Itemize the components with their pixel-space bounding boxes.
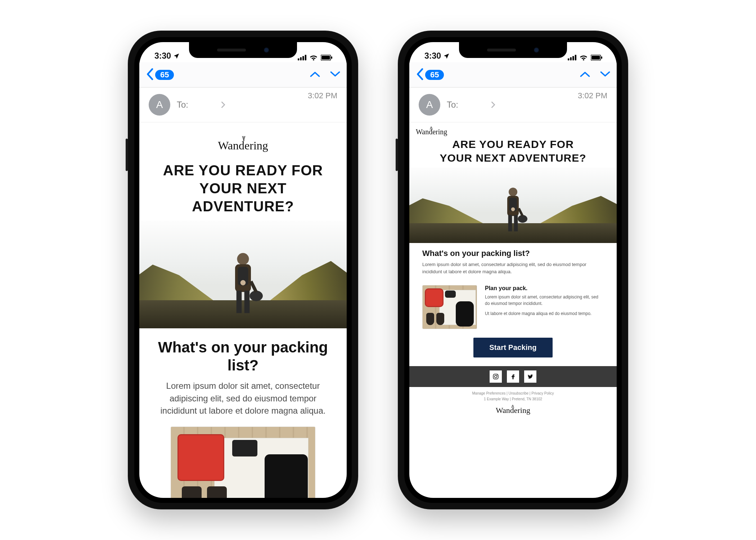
svg-rect-6	[331, 57, 332, 59]
hiker-figure	[223, 250, 263, 320]
svg-rect-11	[237, 291, 242, 313]
location-arrow-icon	[173, 53, 180, 59]
svg-point-10	[240, 280, 246, 285]
start-packing-button[interactable]: Start Packing	[473, 338, 553, 357]
hero-image	[139, 220, 347, 328]
mail-nav-bar: 65	[139, 62, 347, 87]
privacy-policy-link[interactable]: Privacy Policy	[531, 391, 554, 395]
svg-rect-5	[321, 56, 330, 60]
manage-preferences-link[interactable]: Manage Preferences	[472, 391, 506, 395]
instagram-link[interactable]	[490, 370, 502, 383]
svg-rect-17	[572, 56, 574, 60]
email-body[interactable]: \\\|///Wandering ARE YOU READY FORYOUR N…	[139, 122, 347, 498]
pack-body-1: Lorem ipsum dolor sit amet, consectetur …	[485, 294, 604, 307]
svg-rect-18	[575, 55, 576, 60]
chevron-right-icon	[221, 101, 226, 108]
recipient-row[interactable]: To:	[177, 100, 226, 110]
svg-rect-1	[300, 57, 302, 60]
to-label: To:	[447, 100, 458, 110]
phone-notch	[189, 42, 297, 58]
next-message-button[interactable]	[330, 69, 340, 81]
svg-point-22	[509, 188, 517, 197]
footer-fine-print: Manage Preferences | Unsubscribe | Priva…	[409, 387, 617, 404]
avatar[interactable]: A	[419, 94, 440, 116]
instagram-icon	[492, 373, 499, 380]
email-timestamp: 3:02 PM	[578, 91, 607, 100]
phone-mockup-left: 3:30 65	[128, 31, 358, 509]
inbox-count-badge[interactable]: 65	[425, 70, 444, 80]
prev-message-button[interactable]	[580, 69, 590, 81]
status-time: 3:30	[154, 51, 171, 61]
headline: ARE YOU READY FORYOUR NEXT ADVENTURE?	[409, 135, 617, 167]
svg-point-28	[518, 215, 527, 223]
battery-icon	[591, 55, 602, 60]
svg-point-13	[249, 291, 263, 301]
twitter-icon	[527, 373, 534, 380]
pack-body-2: Ut labore et dolore magna aliqua ed do e…	[485, 310, 604, 317]
next-message-button[interactable]	[600, 69, 610, 81]
svg-rect-21	[601, 57, 602, 59]
twitter-link[interactable]	[524, 370, 536, 383]
footer-address: 1 Example Way | Pretend, TN 38102	[484, 397, 542, 401]
svg-rect-15	[568, 58, 569, 60]
battery-icon	[321, 55, 332, 60]
to-label: To:	[177, 100, 188, 110]
social-bar	[409, 366, 617, 387]
subheading: What's on your packing list?	[139, 328, 347, 378]
brand-logo: \\\|///Wandering	[139, 122, 347, 155]
packing-flatlay-image	[422, 285, 477, 329]
wifi-icon	[309, 54, 318, 61]
hero-image	[409, 167, 617, 243]
brand-logo: \\\|///Wandering	[409, 122, 617, 135]
svg-rect-2	[302, 56, 304, 60]
svg-rect-26	[508, 215, 512, 231]
back-button[interactable]	[146, 68, 154, 82]
subheading: What's on your packing list?	[422, 249, 604, 258]
prev-message-button[interactable]	[310, 69, 320, 81]
mail-nav-bar: 65	[409, 62, 617, 87]
mail-header: A To: 3:02 PM	[139, 87, 347, 122]
svg-point-31	[495, 375, 497, 378]
email-timestamp: 3:02 PM	[308, 91, 337, 100]
svg-point-25	[511, 207, 515, 211]
facebook-icon	[510, 373, 516, 380]
chevron-right-icon	[491, 101, 496, 108]
phone-mockup-right: 3:30 65	[398, 31, 628, 509]
svg-rect-16	[570, 57, 572, 60]
recipient-row[interactable]: To:	[447, 100, 496, 110]
headline: ARE YOU READY FORYOUR NEXT ADVENTURE?	[139, 155, 347, 220]
back-button[interactable]	[416, 68, 424, 82]
facebook-link[interactable]	[507, 370, 519, 383]
svg-point-7	[237, 253, 249, 265]
cellular-signal-icon	[298, 55, 306, 60]
hiker-figure	[499, 185, 527, 237]
email-body[interactable]: \\\|///Wandering ARE YOU READY FORYOUR N…	[409, 122, 617, 498]
svg-rect-27	[514, 215, 518, 231]
avatar[interactable]: A	[149, 94, 170, 116]
body-text: Lorem ipsum dolor sit amet, consectetur …	[422, 261, 604, 275]
inbox-count-badge[interactable]: 65	[155, 70, 174, 80]
pack-title: Plan your pack.	[485, 285, 604, 292]
wifi-icon	[579, 54, 588, 61]
svg-line-14	[251, 282, 256, 292]
location-arrow-icon	[443, 53, 450, 59]
mail-header: A To: 3:02 PM	[409, 87, 617, 122]
svg-rect-3	[305, 55, 306, 60]
footer-logo: \\\|///Wandering	[409, 404, 617, 421]
body-text: Lorem ipsum dolor sit amet, consectetur …	[139, 378, 347, 427]
cellular-signal-icon	[568, 55, 576, 60]
phone-notch	[459, 42, 567, 58]
svg-line-29	[519, 208, 523, 216]
unsubscribe-link[interactable]: Unsubscribe	[509, 391, 529, 395]
packing-flatlay-image	[171, 427, 315, 498]
svg-rect-20	[591, 56, 600, 60]
svg-rect-12	[244, 291, 250, 313]
svg-point-32	[497, 375, 498, 375]
status-time: 3:30	[424, 51, 441, 61]
svg-rect-0	[298, 58, 299, 60]
pack-section: Plan your pack. Lorem ipsum dolor sit am…	[409, 280, 617, 332]
